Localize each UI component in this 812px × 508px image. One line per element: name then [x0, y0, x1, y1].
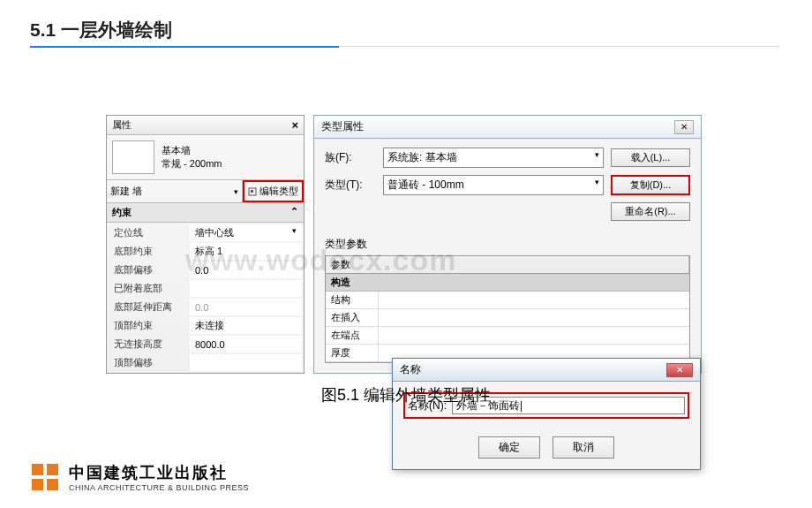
section-heading: 5.1 一层外墙绘制 — [30, 18, 172, 42]
property-label: 无连接高度 — [109, 336, 188, 353]
param-name: 在插入 — [326, 309, 379, 326]
property-row: 底部约束标高 1 — [109, 243, 302, 260]
dialog-titlebar: 类型属性 ✕ — [314, 116, 701, 139]
grid-header: 参数 — [326, 256, 689, 274]
param-value[interactable] — [379, 292, 689, 308]
property-row: 底部延伸距离0.0 — [109, 299, 302, 315]
publisher-name-en: CHINA ARCHITECTURE & BUILDING PRESS — [69, 483, 249, 492]
property-value[interactable] — [190, 280, 302, 297]
properties-panel: 属性 × 基本墙 常规 - 200mm 新建 墙 ▾ 编辑类型 约束 — [106, 115, 304, 374]
property-label: 顶部偏移 — [109, 354, 188, 371]
property-row: 已附着底部 — [109, 280, 302, 297]
property-value[interactable] — [190, 354, 302, 371]
constraints-section: 约束 ⌃ — [107, 203, 304, 223]
property-label: 定位线 — [109, 224, 188, 241]
construction-section: 构造 — [326, 274, 689, 292]
properties-title: 属性 — [112, 118, 132, 132]
property-value[interactable]: 标高 1 — [190, 243, 302, 260]
property-row: 顶部偏移 — [109, 354, 302, 371]
close-icon[interactable]: ✕ — [674, 120, 694, 134]
heading-underline — [30, 46, 339, 48]
svg-rect-2 — [32, 464, 43, 475]
edit-type-icon — [248, 187, 257, 196]
grid-row: 在插入 — [326, 309, 689, 327]
properties-titlebar: 属性 × — [107, 116, 304, 135]
property-label: 底部约束 — [109, 243, 188, 260]
chevron-down-icon: ▾ — [595, 178, 599, 193]
name-dialog-titlebar: 名称 ✕ — [393, 359, 700, 382]
chevron-down-icon: ▾ — [234, 187, 238, 196]
edit-type-button[interactable]: 编辑类型 — [243, 180, 304, 202]
screenshot-area: 属性 × 基本墙 常规 - 200mm 新建 墙 ▾ 编辑类型 约束 — [106, 115, 702, 374]
property-row: 无连接高度8000.0 — [109, 336, 302, 353]
type-params-label: 类型参数 — [325, 237, 690, 252]
property-label: 底部延伸距离 — [109, 299, 188, 315]
type-text: 基本墙 常规 - 200mm — [162, 144, 222, 171]
dialog-form: 族(F): 系统族: 基本墙▾ 载入(L)... 类型(T): 普通砖 - 10… — [314, 139, 701, 231]
property-row: 顶部约束未连接 — [109, 317, 302, 334]
properties-toolbar: 新建 墙 ▾ 编辑类型 — [107, 179, 304, 203]
grid-row: 在端点 — [326, 327, 689, 345]
publisher-name-cn: 中国建筑工业出版社 — [69, 462, 249, 483]
close-icon[interactable]: × — [291, 118, 298, 132]
dialog-title: 类型属性 — [321, 119, 364, 134]
property-value[interactable]: 未连接 — [190, 317, 302, 334]
cancel-button[interactable]: 取消 — [553, 436, 614, 459]
type-dropdown[interactable]: 普通砖 - 100mm▾ — [383, 175, 604, 195]
properties-table: 定位线墙中心线▾底部约束标高 1底部偏移0.0已附着底部底部延伸距离0.0顶部约… — [107, 223, 304, 373]
type-properties-dialog: 类型属性 ✕ 族(F): 系统族: 基本墙▾ 载入(L)... 类型(T): 普… — [313, 115, 702, 374]
wall-type: 常规 - 200mm — [162, 157, 222, 171]
type-label: 类型(T): — [325, 178, 376, 193]
property-value[interactable]: 8000.0 — [190, 336, 302, 353]
type-selector[interactable]: 基本墙 常规 - 200mm — [107, 135, 304, 179]
property-row: 底部偏移0.0 — [109, 262, 302, 278]
ok-button[interactable]: 确定 — [478, 436, 540, 459]
property-label: 已附着底部 — [109, 280, 188, 297]
param-value[interactable] — [379, 309, 689, 326]
name-dialog: 名称 ✕ 名称(N): 确定 取消 — [392, 358, 701, 470]
type-params-grid: 参数 构造 结构在插入在端点厚度 名称 ✕ 名称(N): 确定 取消 — [325, 255, 690, 363]
new-wall-dropdown[interactable]: 新建 墙 ▾ — [107, 180, 243, 202]
grid-row: 结构 — [326, 292, 689, 309]
publisher-logo-icon — [30, 462, 60, 492]
name-dialog-title: 名称 — [400, 362, 421, 377]
param-name: 在端点 — [326, 327, 379, 344]
property-value[interactable]: 0.0 — [190, 262, 302, 278]
chevron-down-icon: ▾ — [595, 150, 599, 165]
family-label: 族(F): — [325, 150, 376, 165]
load-button[interactable]: 载入(L)... — [611, 148, 690, 167]
svg-rect-4 — [32, 479, 43, 490]
svg-rect-1 — [251, 190, 253, 193]
type-thumbnail — [112, 140, 154, 174]
wall-family: 基本墙 — [162, 144, 222, 157]
publisher-footer: 中国建筑工业出版社 CHINA ARCHITECTURE & BUILDING … — [30, 462, 249, 492]
property-row: 定位线墙中心线▾ — [109, 224, 302, 241]
svg-rect-3 — [47, 464, 58, 475]
expand-icon[interactable]: ⌃ — [290, 206, 298, 219]
svg-rect-5 — [47, 479, 58, 490]
property-label: 底部偏移 — [109, 262, 188, 278]
param-name: 厚度 — [326, 345, 379, 361]
property-value[interactable]: 墙中心线▾ — [190, 224, 302, 241]
property-label: 顶部约束 — [109, 317, 188, 334]
param-name: 结构 — [326, 292, 379, 308]
rename-button[interactable]: 重命名(R)... — [611, 202, 690, 221]
close-icon[interactable]: ✕ — [666, 363, 693, 377]
chevron-down-icon: ▾ — [292, 226, 297, 239]
property-value[interactable]: 0.0 — [190, 299, 302, 315]
param-value[interactable] — [379, 327, 689, 344]
family-dropdown[interactable]: 系统族: 基本墙▾ — [383, 148, 604, 168]
copy-button[interactable]: 复制(D)... — [611, 175, 690, 195]
figure-caption: 图5.1 编辑外墙类型属性 — [0, 384, 812, 406]
